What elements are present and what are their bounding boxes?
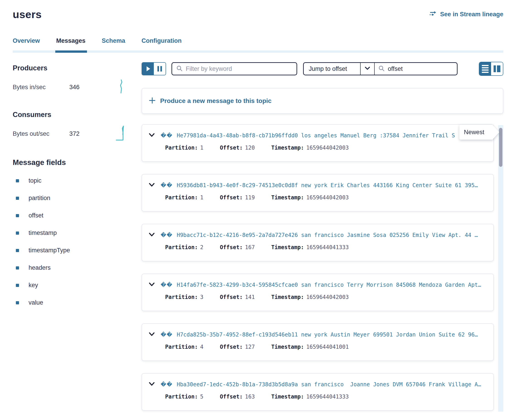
timestamp-value: 1659644041333 bbox=[306, 244, 349, 250]
message-row[interactable]: �� H14fa67fe-5823-4299-b3c4-595845cfcae0… bbox=[142, 274, 494, 311]
chevron-down-icon bbox=[365, 67, 370, 71]
produce-message-button[interactable]: Produce a new message to this topic bbox=[142, 88, 503, 114]
field-bullet-icon bbox=[16, 179, 19, 182]
tab-messages[interactable]: Messages bbox=[56, 37, 85, 44]
field-item-offset[interactable]: offset bbox=[13, 212, 127, 219]
offset-search-input[interactable] bbox=[388, 65, 453, 72]
message-key: H7cda825b-35b7-4952-88ef-c193d546eb11 ne… bbox=[177, 331, 489, 338]
offset-value: 119 bbox=[245, 194, 255, 201]
message-fields-list: topic partition offset timestamp timesta… bbox=[13, 177, 127, 306]
jump-to-offset-select[interactable]: Jump to offset bbox=[304, 63, 360, 75]
newest-flag: Newest bbox=[459, 125, 499, 140]
message-meta: Partition:3 Offset:141 Timestamp:1659644… bbox=[148, 294, 489, 300]
message-row-header[interactable]: �� He77981da-4a43-48ab-b8f8-cb71b96ffdd0… bbox=[148, 132, 489, 139]
message-fields-heading: Message fields bbox=[13, 158, 127, 167]
jump-select-chevron[interactable] bbox=[360, 63, 374, 75]
tab-schema[interactable]: Schema bbox=[102, 37, 125, 44]
field-item-key[interactable]: key bbox=[13, 282, 127, 289]
message-row[interactable]: �� Hba30eed7-1edc-452b-8b1a-738d3b5d8a9a… bbox=[142, 373, 494, 411]
stream-lineage-link[interactable]: See in Stream lineage bbox=[429, 10, 503, 18]
pause-icon bbox=[157, 66, 162, 72]
keyword-filter[interactable] bbox=[171, 62, 297, 75]
partition-value: 3 bbox=[200, 294, 203, 300]
bytes-in-label: Bytes in/sec bbox=[13, 84, 69, 91]
topic-page: users See in Stream lineage Overview Mes… bbox=[0, 0, 516, 420]
scrollbar-track[interactable] bbox=[498, 125, 503, 412]
bytes-in-sparkline bbox=[117, 79, 126, 96]
message-key: H14fa67fe-5823-4299-b3c4-595845cfcae0 sa… bbox=[177, 282, 489, 288]
play-button[interactable] bbox=[142, 63, 154, 75]
column-view-button[interactable] bbox=[491, 62, 503, 75]
tab-underline bbox=[13, 51, 503, 53]
scrollbar-thumb[interactable] bbox=[499, 128, 502, 167]
search-icon bbox=[176, 65, 183, 72]
field-item-timestamptype[interactable]: timestampType bbox=[13, 247, 127, 254]
message-row-header[interactable]: �� H5936db81-b943-4e0f-8c29-74513e0c0d8f… bbox=[148, 182, 489, 188]
message-meta: Partition:1 Offset:119 Timestamp:1659644… bbox=[148, 194, 489, 201]
offset-value: 167 bbox=[245, 244, 255, 250]
message-key: H9bacc71c-b12c-4216-8e95-2a7da727e426 sa… bbox=[177, 232, 489, 238]
page-header: users See in Stream lineage bbox=[13, 8, 503, 21]
chevron-down-icon[interactable] bbox=[148, 282, 155, 288]
newest-label: Newest bbox=[464, 129, 484, 136]
view-mode-toggle bbox=[479, 62, 503, 76]
chevron-down-icon[interactable] bbox=[148, 182, 155, 188]
offset-value: 127 bbox=[245, 344, 255, 350]
message-meta: Partition:4 Offset:127 Timestamp:1659644… bbox=[148, 344, 489, 350]
chevron-down-icon[interactable] bbox=[148, 382, 155, 387]
partition-value: 5 bbox=[200, 394, 203, 400]
field-item-partition[interactable]: partition bbox=[13, 195, 127, 202]
message-row[interactable]: �� He77981da-4a43-48ab-b8f8-cb71b96ffdd0… bbox=[142, 124, 494, 162]
field-item-topic[interactable]: topic bbox=[13, 177, 127, 184]
chevron-down-icon[interactable] bbox=[148, 332, 155, 338]
binary-glyphs: �� bbox=[161, 381, 173, 388]
producers-heading: Producers bbox=[13, 64, 127, 72]
binary-glyphs: �� bbox=[161, 232, 173, 238]
field-bullet-icon bbox=[16, 232, 19, 235]
message-row[interactable]: �� H5936db81-b943-4e0f-8c29-74513e0c0d8f… bbox=[142, 174, 494, 212]
binary-glyphs: �� bbox=[161, 282, 173, 288]
field-bullet-icon bbox=[16, 301, 19, 304]
field-bullet-icon bbox=[16, 284, 19, 287]
chevron-down-icon[interactable] bbox=[148, 232, 155, 238]
bytes-out-value: 372 bbox=[69, 130, 79, 137]
message-key: He77981da-4a43-48ab-b8f8-cb71b96ffdd0 lo… bbox=[177, 132, 489, 139]
column-view-icon bbox=[493, 65, 500, 72]
pause-button[interactable] bbox=[154, 63, 166, 75]
keyword-filter-input[interactable] bbox=[186, 65, 293, 72]
timestamp-value: 1659644041001 bbox=[306, 344, 349, 350]
message-row-header[interactable]: �� Hba30eed7-1edc-452b-8b1a-738d3b5d8a9a… bbox=[148, 381, 489, 388]
list-view-icon bbox=[482, 65, 489, 73]
bytes-in-value: 346 bbox=[69, 84, 79, 91]
field-item-timestamp[interactable]: timestamp bbox=[13, 229, 127, 236]
timestamp-value: 1659644042003 bbox=[306, 294, 349, 300]
timestamp-value: 1659644041333 bbox=[306, 394, 349, 400]
messages-list: �� He77981da-4a43-48ab-b8f8-cb71b96ffdd0… bbox=[142, 124, 503, 412]
message-key: Hba30eed7-1edc-452b-8b1a-738d3b5d8a9a sa… bbox=[177, 381, 489, 388]
bytes-out-label: Bytes out/sec bbox=[13, 130, 69, 137]
message-row-header[interactable]: �� H14fa67fe-5823-4299-b3c4-595845cfcae0… bbox=[148, 282, 489, 288]
message-row-header[interactable]: �� H9bacc71c-b12c-4216-8e95-2a7da727e426… bbox=[148, 232, 489, 238]
messages-toolbar: Jump to offset bbox=[142, 62, 503, 76]
message-meta: Partition:2 Offset:167 Timestamp:1659644… bbox=[148, 244, 489, 250]
play-icon bbox=[146, 66, 150, 71]
offset-search-field[interactable] bbox=[374, 63, 457, 75]
tab-configuration[interactable]: Configuration bbox=[142, 37, 182, 44]
offset-value: 141 bbox=[245, 294, 255, 300]
search-icon bbox=[378, 65, 385, 72]
tab-active-indicator bbox=[55, 51, 87, 53]
message-meta: Partition:1 Offset:120 Timestamp:1659644… bbox=[148, 145, 489, 151]
field-item-headers[interactable]: headers bbox=[13, 264, 127, 271]
tab-overview[interactable]: Overview bbox=[13, 37, 40, 44]
binary-glyphs: �� bbox=[161, 182, 173, 188]
message-row[interactable]: �� H9bacc71c-b12c-4216-8e95-2a7da727e426… bbox=[142, 224, 494, 261]
binary-glyphs: �� bbox=[161, 331, 173, 338]
sidebar: Producers Bytes in/sec 346 Consumers Byt… bbox=[13, 62, 127, 412]
chevron-down-icon[interactable] bbox=[148, 133, 155, 138]
message-row-header[interactable]: �� H7cda825b-35b7-4952-88ef-c193d546eb11… bbox=[148, 331, 489, 338]
offset-value: 120 bbox=[245, 145, 255, 151]
field-item-value[interactable]: value bbox=[13, 299, 127, 306]
message-row[interactable]: �� H7cda825b-35b7-4952-88ef-c193d546eb11… bbox=[142, 323, 494, 361]
list-view-button[interactable] bbox=[479, 62, 491, 75]
message-key: H5936db81-b943-4e0f-8c29-74513e0c0d8f ne… bbox=[177, 182, 489, 188]
